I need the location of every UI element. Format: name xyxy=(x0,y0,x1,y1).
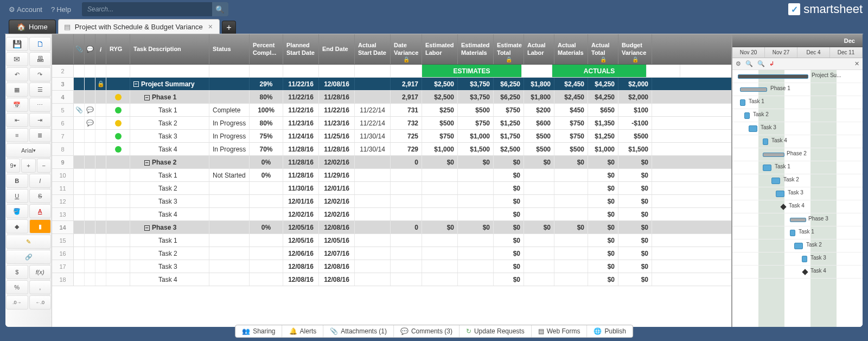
bold-button[interactable]: B xyxy=(6,174,28,188)
row-icon-cell[interactable]: 📎 xyxy=(74,104,85,116)
ryg-cell[interactable] xyxy=(106,130,130,142)
grid-cell[interactable]: 2,917 xyxy=(391,91,422,103)
grid-cell[interactable]: $1,750 xyxy=(494,130,524,142)
underline-button[interactable]: U xyxy=(6,189,28,203)
grid-row[interactable]: 3🔒−Project Summary29%11/22/1612/08/162,9… xyxy=(52,78,731,91)
grid-cell[interactable] xyxy=(250,182,283,194)
row-icon-cell[interactable] xyxy=(85,143,95,155)
gantt-row[interactable]: Project Su... xyxy=(732,70,863,83)
row-icon-cell[interactable] xyxy=(74,247,85,260)
tab-alerts[interactable]: 🔔Alerts xyxy=(283,325,324,337)
row-icon-cell[interactable] xyxy=(74,234,85,247)
col-end[interactable]: End Date xyxy=(319,34,355,64)
row-icon-cell[interactable] xyxy=(95,221,106,233)
grid-cell[interactable]: $0 xyxy=(588,260,618,273)
gantt-row[interactable]: Task 2 xyxy=(732,174,863,187)
row-icon-cell[interactable] xyxy=(74,221,85,233)
grid-cell[interactable]: $500 xyxy=(524,143,554,155)
col-pct[interactable]: Percent Compl... xyxy=(250,34,283,64)
grid-cell[interactable]: $0 xyxy=(618,247,652,260)
tab-attachments[interactable]: 📎Attachments (1) xyxy=(323,325,394,337)
desc-cell[interactable]: Task 1 xyxy=(130,234,209,247)
tab-sheet[interactable]: ▤ Project with Schedule & Budget Varianc… xyxy=(58,19,220,34)
col-pstart[interactable]: Planned Start Date xyxy=(283,34,319,64)
row-icon-cell[interactable] xyxy=(95,65,106,77)
grid-cell[interactable]: 0% xyxy=(250,156,283,168)
desc-cell[interactable]: Task 1 xyxy=(130,104,209,116)
grid-cell[interactable]: $0 xyxy=(554,156,588,168)
row-number[interactable]: 12 xyxy=(52,195,74,207)
grid-cell[interactable]: In Progress xyxy=(209,117,250,129)
grid-cell[interactable]: $2,500 xyxy=(422,78,458,90)
dec-dec-button[interactable]: ←.0 xyxy=(29,295,52,310)
grid-cell[interactable]: 0% xyxy=(250,221,283,233)
grid-cell[interactable]: 29% xyxy=(250,78,283,90)
row-icon-cell[interactable] xyxy=(95,234,106,247)
desc-cell[interactable]: Task 1 xyxy=(130,169,209,181)
help-link[interactable]: ? Help xyxy=(48,5,74,14)
grid-row[interactable]: 7Task 3In Progress75%11/24/1611/25/1611/… xyxy=(52,130,731,143)
grid-cell[interactable]: $500 xyxy=(458,104,494,116)
grid-row[interactable]: 2ESTIMATESACTUALS xyxy=(52,65,731,78)
grid-cell[interactable] xyxy=(554,247,588,260)
grid-cell[interactable] xyxy=(250,247,283,260)
grid-cell[interactable]: $3,750 xyxy=(458,91,494,103)
gantt-week[interactable]: Nov 27 xyxy=(765,47,797,58)
grid-cell[interactable]: $0 xyxy=(494,182,524,194)
grid-cell[interactable]: $0 xyxy=(618,221,652,233)
grid-cell[interactable] xyxy=(458,182,494,194)
grid-cell[interactable]: 12/08/16 xyxy=(319,78,355,90)
grid-cell[interactable]: 0% xyxy=(250,169,283,181)
grid-cell[interactable]: In Progress xyxy=(209,143,250,155)
row-icon-cell[interactable] xyxy=(74,260,85,273)
row-icon-cell[interactable] xyxy=(74,91,85,103)
percent-button[interactable]: % xyxy=(6,280,28,294)
gantt-milestone[interactable] xyxy=(802,269,808,275)
grid-cell[interactable] xyxy=(391,169,422,181)
grid-cell[interactable] xyxy=(524,247,554,260)
grid-cell[interactable] xyxy=(355,78,391,90)
grid-cell[interactable] xyxy=(391,208,422,220)
grid-cell[interactable]: $500 xyxy=(618,130,652,142)
grid-cell[interactable]: 11/22/16 xyxy=(283,91,319,103)
grid-cell[interactable]: 11/28/16 xyxy=(319,143,355,155)
grid-cell[interactable]: 11/28/16 xyxy=(283,143,319,155)
grid-cell[interactable] xyxy=(422,182,458,194)
row-icon-cell[interactable] xyxy=(95,169,106,181)
ryg-cell[interactable] xyxy=(106,143,130,155)
col-ryg[interactable]: RYG xyxy=(106,34,130,64)
currency-button[interactable]: $ xyxy=(6,265,28,279)
grid-cell[interactable]: $0 xyxy=(524,156,554,168)
grid-cell[interactable]: $0 xyxy=(494,247,524,260)
grid-cell[interactable]: $0 xyxy=(494,234,524,247)
row-icon-cell[interactable] xyxy=(95,156,106,168)
strike-button[interactable]: S xyxy=(29,189,52,203)
grid-cell[interactable]: $0 xyxy=(588,169,618,181)
grid-cell[interactable] xyxy=(458,195,494,207)
col-atot[interactable]: Actual Total🔒 xyxy=(588,34,618,64)
gantt-bar[interactable] xyxy=(749,125,757,132)
gantt-bar[interactable] xyxy=(794,243,803,249)
grid-cell[interactable] xyxy=(209,234,250,247)
grid-row[interactable]: 13Task 412/02/1612/02/16$0$0$0 xyxy=(52,208,731,221)
desc-cell[interactable]: Task 4 xyxy=(130,143,209,155)
grid-cell[interactable] xyxy=(391,260,422,273)
grid-cell[interactable] xyxy=(524,208,554,220)
grid-cell[interactable]: 11/30/16 xyxy=(283,182,319,194)
row-icon-cell[interactable] xyxy=(74,130,85,142)
grid-cell[interactable]: 11/22/14 xyxy=(355,104,391,116)
grid-cell[interactable]: 11/28/16 xyxy=(283,169,319,181)
col-astart[interactable]: Actual Start Date xyxy=(355,34,391,64)
desc-cell[interactable]: Task 4 xyxy=(130,273,209,286)
row-icon-cell[interactable] xyxy=(95,130,106,142)
grid-cell[interactable]: 11/28/16 xyxy=(283,156,319,168)
grid-body[interactable]: 2ESTIMATESACTUALS3🔒−Project Summary29%11… xyxy=(52,65,731,327)
info-col-header[interactable]: i xyxy=(95,34,106,64)
grid-cell[interactable] xyxy=(554,208,588,220)
font-select[interactable]: Arial ▾ xyxy=(6,143,51,157)
grid-cell[interactable]: $0 xyxy=(618,260,652,273)
gantt-week[interactable]: Dec 11 xyxy=(830,47,863,58)
row-icon-cell[interactable] xyxy=(85,130,95,142)
grid-cell[interactable] xyxy=(355,156,391,168)
hierarchy-button[interactable]: ⋯ xyxy=(29,98,52,112)
